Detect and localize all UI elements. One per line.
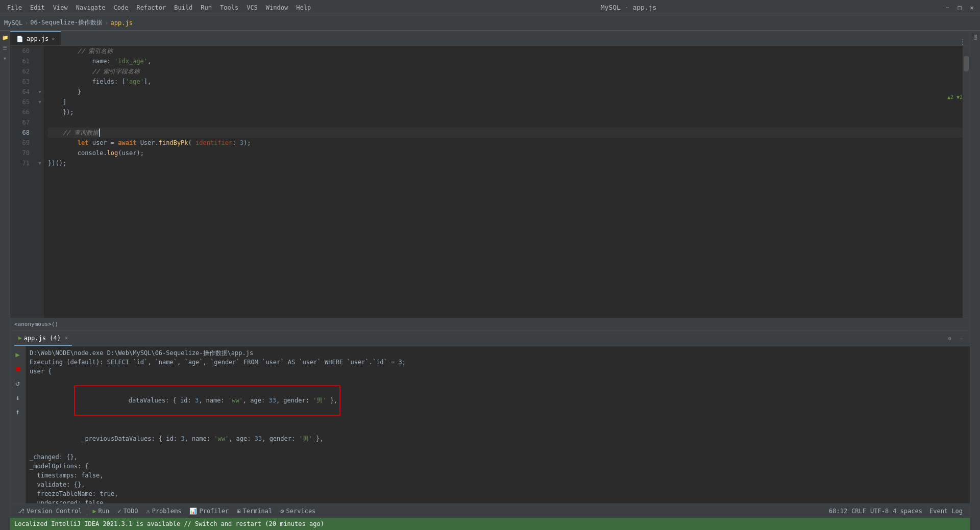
status-bar-right: 68:12 CRLF UTF-8 4 spaces Event Log [829,507,966,516]
line-num-66: 66 [10,107,34,117]
event-log-item[interactable]: Event Log [926,507,966,516]
run-output-validate: validate: {}, [30,480,966,489]
tab-close-button[interactable]: × [52,36,55,42]
run-settings-icon[interactable]: ⚙ [945,334,954,343]
breadcrumb-mysql[interactable]: MySQL [4,19,22,27]
scrollbar-thumb [964,56,969,71]
breadcrumb-folder[interactable]: 06-Sequelize-操作数据 [30,18,103,27]
window-controls: − □ ✕ [943,4,976,12]
services-label: Services [286,508,316,515]
menu-edit[interactable]: Edit [27,3,48,12]
app-title: MySQL - app.js [601,4,657,11]
todo-item[interactable]: ✓ TODO [114,507,141,516]
line-num-69: 69 [10,138,34,148]
menu-run[interactable]: Run [198,3,215,12]
run-left-icons: ▶ ⏹ ↺ ↓ ↑ [10,346,26,503]
run-scroll-end-button[interactable]: ↓ [12,391,24,403]
title-bar-left: File Edit View Navigate Code Refactor Bu… [4,3,314,12]
sidebar-structure-icon[interactable]: ☰ [1,43,10,52]
problems-item[interactable]: ⚠ Problems [143,507,184,516]
menu-navigate[interactable]: Navigate [73,3,109,12]
menu-build[interactable]: Build [171,3,195,12]
run-play-button[interactable]: ▶ [12,348,24,361]
line-num-67: 67 [10,117,34,128]
line-numbers: 60 61 62 63 64 65 66 67 68 69 70 71 [10,46,36,318]
code-line-65: ] [48,97,963,107]
code-line-60: // 索引名称 [48,46,963,56]
nav-bar: MySQL › 06-Sequelize-操作数据 › app.js [0,15,980,31]
sidebar-project-icon[interactable]: 📁 [1,33,10,42]
code-line-67 [48,117,963,128]
run-panel-controls: ⚙ － [945,334,966,343]
run-output-underscored: underscored: false, [30,498,966,503]
run-up-button[interactable]: ↑ [12,406,24,418]
menu-code[interactable]: Code [111,3,132,12]
tab-options-button[interactable]: ⋮ [960,38,970,45]
menu-window[interactable]: Window [263,3,291,12]
tab-bar: 📄 app.js × ⋮ [10,31,970,46]
todo-icon: ✓ [117,508,121,515]
notification-bar[interactable]: Localized IntelliJ IDEA 2021.3.1 is avai… [10,518,970,530]
terminal-item[interactable]: ⊞ Terminal [234,507,275,516]
run-output-command: D:\Web\NODE\node.exe D:\Web\MySQL\06-Seq… [30,348,966,358]
run-panel: ▶ app.js (4) × ⚙ － ▶ ⏹ ↺ ↓ ↑ [10,330,970,503]
code-editor[interactable]: 60 61 62 63 64 65 66 67 68 69 70 71 ▼ [10,46,970,318]
run-status-item[interactable]: ▶ Run [89,507,112,516]
problems-icon: ⚠ [146,508,150,515]
status-sep-1 [87,507,87,515]
menu-view[interactable]: View [50,3,71,12]
vcs-label: Version Control [27,508,82,515]
run-output-freeze: freezeTableName: true, [30,489,966,498]
editor-container: 📄 app.js × ⋮ 60 61 62 63 64 65 66 67 68 … [10,31,970,530]
tab-label: app.js [27,35,48,42]
menu-help[interactable]: Help [293,3,314,12]
menu-vcs[interactable]: VCS [243,3,261,12]
run-rerun-button[interactable]: ↺ [12,377,24,389]
maximize-button[interactable]: □ [955,4,964,12]
menu-refactor[interactable]: Refactor [133,3,169,12]
cursor [99,129,100,137]
line-num-65: 65 [10,97,34,107]
code-line-62: // 索引字段名称 [48,66,963,77]
breadcrumb-file[interactable]: app.js [111,19,133,27]
run-output-datavalues: dataValues: { id: 3, name: 'ww', age: 33… [30,376,966,425]
right-sidebar: 🗄 [970,31,980,530]
sidebar-bookmarks-icon[interactable]: ★ [1,53,10,62]
close-button[interactable]: ✕ [968,4,976,12]
event-log-label: Event Log [929,508,963,515]
code-line-68: // 查询数据 [48,128,963,138]
run-panel-tab[interactable]: ▶ app.js (4) × [14,331,72,346]
line-num-61: 61 [10,56,34,66]
line-num-64: 64 [10,87,34,97]
menu-tools[interactable]: Tools [217,3,241,12]
run-tab-close[interactable]: × [65,335,68,341]
editor-scrollbar[interactable]: ▲2 ▼2 [963,46,970,318]
database-icon[interactable]: 🗄 [971,33,980,42]
left-sidebar: 📁 ☰ ★ [0,31,10,530]
profiler-label: Profiler [199,508,229,515]
code-area[interactable]: // 索引名称 name: 'idx_age', // 索引字段名称 field… [44,46,963,318]
notification-message: Localized IntelliJ IDEA 2021.3.1 is avai… [14,520,324,527]
line-num-63: 63 [10,77,34,87]
code-line-69: let user = await User.findByPk( identifi… [48,138,963,148]
line-num-62: 62 [10,66,34,77]
run-stop-button[interactable]: ⏹ [12,363,24,375]
indent-info: 4 spaces [893,508,922,515]
vcs-icon: ⎇ [17,508,24,515]
run-hide-icon[interactable]: － [957,334,966,343]
line-num-70: 70 [10,148,34,158]
editor-tab-appjs[interactable]: 📄 app.js × [10,31,61,45]
editor-footer: <anonymous>() [10,318,970,330]
code-line-71: })(); [48,158,963,168]
services-item[interactable]: ⚙ Services [277,507,318,516]
profiler-item[interactable]: 📊 Profiler [186,507,232,516]
fold-margin: ▼ ▼ ▼ [36,46,44,318]
minimize-button[interactable]: − [943,4,951,12]
menu-file[interactable]: File [4,3,25,12]
run-tab-icon: ▶ [18,335,22,341]
run-output-sql: Executing (default): SELECT `id`, `name`… [30,358,966,367]
line-num-60: 60 [10,46,34,56]
title-bar: File Edit View Navigate Code Refactor Bu… [0,0,980,15]
version-control-item[interactable]: ⎇ Version Control [14,507,85,516]
run-icon-status: ▶ [92,508,96,515]
